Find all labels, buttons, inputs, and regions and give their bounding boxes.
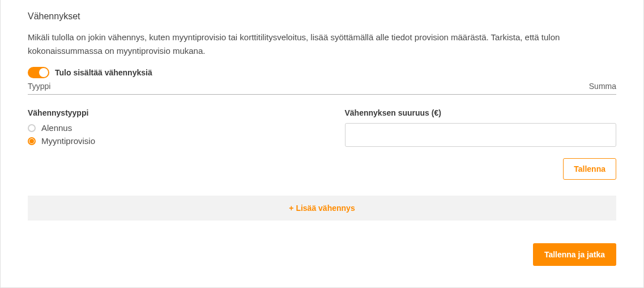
deduction-amount-label: Vähennyksen suuruus (€): [345, 108, 617, 117]
add-deduction-button[interactable]: + Lisää vähennys: [28, 196, 616, 221]
section-title: Vähennykset: [28, 11, 616, 22]
deduction-type-radio-group: Alennus Myyntiprovisio: [28, 123, 322, 146]
toggle-knob: [39, 68, 48, 77]
deduction-amount-input[interactable]: [345, 123, 617, 147]
radio-icon: [28, 124, 36, 132]
section-description: Mikäli tulolla on jokin vähennys, kuten …: [28, 31, 616, 58]
toggle-row: Tulo sisältää vähennyksiä: [28, 67, 616, 78]
radio-icon: [28, 137, 36, 145]
save-continue-button[interactable]: Tallenna ja jatka: [533, 243, 616, 266]
radio-label-commission: Myyntiprovisio: [41, 136, 95, 146]
form-col-right: Vähennyksen suuruus (€): [345, 108, 617, 147]
footer-row: Tallenna ja jatka: [28, 243, 616, 266]
table-header: Tyyppi Summa: [28, 82, 616, 95]
deduction-type-label: Vähennystyyppi: [28, 108, 322, 117]
radio-option-discount[interactable]: Alennus: [28, 123, 322, 133]
save-button-row: Tallenna: [28, 158, 616, 180]
form-row: Vähennystyyppi Alennus Myyntiprovisio Vä…: [28, 108, 616, 147]
deductions-panel: Vähennykset Mikäli tulolla on jokin vähe…: [0, 0, 644, 288]
radio-option-commission[interactable]: Myyntiprovisio: [28, 136, 322, 146]
toggle-label: Tulo sisältää vähennyksiä: [55, 68, 152, 77]
form-col-left: Vähennystyyppi Alennus Myyntiprovisio: [28, 108, 322, 147]
save-button[interactable]: Tallenna: [563, 158, 616, 180]
column-type: Tyyppi: [28, 82, 50, 91]
column-sum: Summa: [589, 82, 616, 91]
include-deductions-toggle[interactable]: [28, 67, 49, 78]
radio-label-discount: Alennus: [41, 123, 72, 133]
